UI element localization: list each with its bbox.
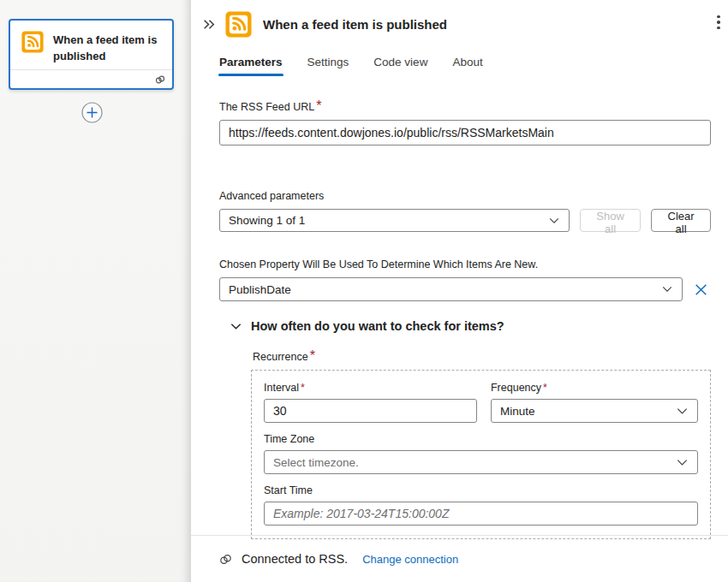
connection-footer: Connected to RSS. Change connection [191,535,728,582]
chevron-down-icon [676,405,689,418]
interval-label: Interval [264,382,299,394]
change-connection-link[interactable]: Change connection [362,553,458,566]
remove-parameter-button[interactable] [690,279,711,300]
required-marker: * [301,382,305,394]
double-chevron-right-icon [202,17,217,32]
required-marker: * [310,348,315,363]
trigger-card-body: When a feed item is published [10,21,172,64]
interval-input[interactable] [264,399,477,423]
chosen-property-selected: PublishDate [229,283,661,296]
chevron-down-icon [548,215,560,227]
advanced-parameters-dropdown[interactable]: Showing 1 of 1 [219,209,570,232]
dismiss-icon [694,282,708,297]
frequency-dropdown[interactable]: Minute [491,399,698,423]
tab-parameters[interactable]: Parameters [219,56,283,76]
timezone-label: Time Zone [264,433,698,445]
feed-url-input[interactable] [219,120,711,146]
clear-all-button[interactable]: Clear all [651,209,711,232]
trigger-card[interactable]: When a feed item is published [9,19,174,90]
show-all-button[interactable]: Show all [580,209,641,232]
frequency-selected: Minute [500,405,676,418]
advanced-parameters-selected: Showing 1 of 1 [229,214,548,227]
recurrence-editor: Interval* Frequency* Minute Time Zone [251,370,711,539]
flow-canvas[interactable]: When a feed item is published [0,0,191,582]
start-time-label: Start Time [264,484,698,496]
chevron-down-icon [230,320,242,333]
timezone-placeholder: Select timezone. [273,456,676,469]
trigger-card-title: When a feed item is published [53,31,165,64]
add-step-button[interactable] [81,102,103,123]
panel-tabs: Parameters Settings Code view About [219,56,728,76]
recurrence-label: Recurrence [253,351,308,363]
trigger-properties-panel: When a feed item is published Parameters… [191,0,728,582]
chevron-down-icon [661,283,673,295]
rss-icon [225,11,252,38]
trigger-card-footer [10,69,172,88]
more-options-button[interactable] [712,13,725,32]
required-marker: * [316,98,321,113]
frequency-label: Frequency [491,382,541,394]
chosen-property-label: Chosen Property Will Be Used To Determin… [219,258,538,270]
chevron-down-icon [676,456,689,469]
tab-settings[interactable]: Settings [307,56,349,76]
feed-url-label: The RSS Feed URL [219,101,314,113]
advanced-parameters-label: Advanced parameters [219,190,324,202]
panel-title: When a feed item is published [263,17,447,32]
collapse-panel-button[interactable] [202,17,218,33]
panel-header: When a feed item is published [191,0,728,38]
timezone-dropdown[interactable]: Select timezone. [264,450,698,474]
connection-icon [154,74,166,86]
tab-about[interactable]: About [452,56,482,76]
recurrence-section-toggle[interactable]: How often do you want to check for items… [230,319,711,333]
required-marker: * [543,382,547,394]
rss-icon [21,31,44,53]
connection-status: Connected to RSS. [242,552,348,566]
recurrence-section-title: How often do you want to check for items… [251,319,504,333]
chosen-property-dropdown[interactable]: PublishDate [219,277,683,301]
tab-code-view[interactable]: Code view [373,56,427,76]
connection-icon [218,552,233,567]
start-time-input[interactable] [264,502,698,526]
